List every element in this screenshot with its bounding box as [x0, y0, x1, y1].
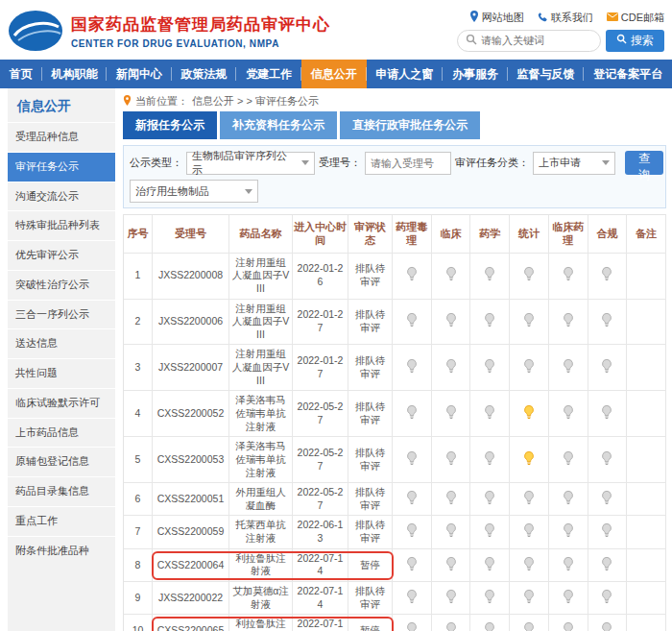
bulb-off-icon: [445, 266, 457, 285]
column-header: 临床药理: [549, 215, 588, 254]
quick-link-0[interactable]: 网站地图: [469, 11, 524, 25]
cell-entry-date: 2022-05-27: [293, 437, 348, 483]
cell-seq: 6: [124, 483, 153, 516]
bulb-off-icon: [484, 490, 495, 509]
cell-entry-date: 2022-01-27: [293, 345, 348, 391]
search-button-icon: [616, 34, 627, 47]
bulb-off-icon: [563, 556, 574, 575]
cell-entry-date: 2022-07-14: [293, 615, 348, 631]
brand: 国家药品监督管理局药品审评中心 CENTER FOR DRUG EVALUATI…: [8, 10, 330, 52]
cell-bulb: [549, 549, 588, 582]
nav-item-7[interactable]: 办事服务: [443, 60, 508, 88]
map-pin-icon: [469, 11, 479, 24]
cell-drug-name: 外用重组人凝血酶: [229, 483, 293, 516]
nav-item-0[interactable]: 首页: [0, 60, 42, 88]
nav-item-9[interactable]: 登记备案平台: [584, 60, 672, 88]
column-header: 受理号: [153, 215, 229, 254]
bulb-off-icon: [563, 358, 574, 377]
bulb-off-icon: [445, 556, 457, 575]
category-filter-label: 审评任务分类：: [455, 156, 529, 170]
cell-drug-name: 注射用重组人凝血因子VIII: [229, 254, 293, 300]
top-header: 国家药品监督管理局药品审评中心 CENTER FOR DRUG EVALUATI…: [0, 0, 672, 60]
cell-bulb: [588, 516, 628, 548]
search-input[interactable]: [481, 35, 592, 46]
cell-bulb: [510, 345, 549, 391]
table-row: 2JXSS2200006注射用重组人凝血因子VIII2022-01-27排队待审…: [124, 300, 666, 346]
cell-bulb: [432, 582, 471, 615]
subtype-filter-select[interactable]: 治疗用生物制品: [130, 180, 258, 203]
sidebar-item-6[interactable]: 三合一序列公示: [8, 300, 115, 329]
sidebar-item-8[interactable]: 共性问题: [8, 358, 115, 388]
cell-remark: [627, 582, 666, 615]
content: 信息公开 受理品种信息审评任务公示沟通交流公示特殊审批品种列表优先审评公示突破性…: [0, 88, 672, 631]
cell-drug-name: 注射用重组人凝血因子VIII: [229, 345, 293, 391]
tab-2[interactable]: 直接行政审批任务公示: [340, 111, 480, 139]
bulb-off-icon: [601, 450, 612, 470]
cell-remark: [627, 549, 666, 582]
column-header: 药学: [470, 215, 510, 254]
quick-link-1[interactable]: 联系我们: [538, 11, 593, 25]
cell-drug-name: 托莱西单抗注射液: [229, 516, 293, 548]
bulb-off-icon: [601, 556, 612, 575]
filter-row-1: 公示类型： 生物制品审评序列公示 受理号： 审评任务分类： 上市申请 查询: [130, 151, 660, 175]
cell-bulb: [470, 516, 510, 548]
quick-link-2[interactable]: CDE邮箱: [607, 11, 664, 25]
sidebar-item-12[interactable]: 药品目录集信息: [8, 476, 115, 506]
sidebar-item-1[interactable]: 审评任务公示: [8, 152, 115, 182]
cell-bulb: [470, 300, 510, 346]
tab-1[interactable]: 补充资料任务公示: [220, 111, 337, 139]
nav-item-2[interactable]: 新闻中心: [107, 60, 172, 88]
nav-item-4[interactable]: 党建工作: [236, 60, 301, 88]
table-row: 7CXSS2200059托莱西单抗注射液2022-06-13排队待审评: [124, 516, 666, 548]
sidebar-item-14[interactable]: 附条件批准品种: [8, 536, 115, 566]
search-button-label: 搜索: [631, 33, 654, 49]
category-filter-select[interactable]: 上市申请: [533, 152, 615, 175]
cell-entry-date: 2022-01-27: [293, 300, 348, 346]
bulb-off-icon: [523, 490, 535, 509]
cell-drug-name: 利拉鲁肽注射液: [229, 549, 293, 582]
cell-bulb: [549, 615, 588, 631]
cell-remark: [627, 483, 666, 516]
cell-bulb: [432, 254, 471, 300]
sidebar-item-2[interactable]: 沟通交流公示: [8, 182, 115, 211]
bulb-off-icon: [406, 621, 418, 631]
query-button[interactable]: 查询: [625, 151, 663, 175]
sidebar-item-7[interactable]: 送达信息: [8, 328, 115, 358]
search-button[interactable]: 搜索: [606, 30, 664, 52]
type-filter-select[interactable]: 生物制品审评序列公示: [186, 152, 315, 175]
cell-bulb: [393, 345, 432, 391]
sidebar-item-5[interactable]: 突破性治疗公示: [8, 270, 115, 300]
cell-drug-name: 艾加莫德α注射液: [229, 582, 293, 615]
page: 国家药品监督管理局药品审评中心 CENTER FOR DRUG EVALUATI…: [0, 0, 672, 631]
nav-item-5[interactable]: 信息公开: [301, 60, 367, 88]
cell-drug-name: 泽美洛韦马佐瑞韦单抗注射液: [229, 391, 293, 437]
nav-item-3[interactable]: 政策法规: [172, 60, 237, 88]
table-row: 1JXSS2200008注射用重组人凝血因子VIII2022-01-26排队待审…: [124, 254, 666, 300]
nav-item-6[interactable]: 申请人之窗: [367, 60, 444, 88]
tab-0[interactable]: 新报任务公示: [123, 111, 217, 139]
acceptance-no-input[interactable]: [365, 152, 451, 175]
bulb-off-icon: [406, 589, 418, 608]
breadcrumb-path[interactable]: 信息公开 > > 审评任务公示: [192, 94, 319, 109]
sidebar-item-11[interactable]: 原辅包登记信息: [8, 447, 115, 476]
sidebar-item-3[interactable]: 特殊审批品种列表: [8, 210, 115, 240]
sidebar-item-9[interactable]: 临床试验默示许可: [8, 388, 115, 418]
search-row: 搜索: [457, 30, 664, 52]
cell-bulb: [549, 516, 588, 548]
cell-remark: [627, 615, 666, 631]
cell-bulb: [510, 615, 549, 631]
nav-item-1[interactable]: 机构职能: [42, 60, 108, 88]
table-row: 3JXSS2200007注射用重组人凝血因子VIII2022-01-27排队待审…: [124, 345, 666, 391]
bulb-off-icon: [445, 589, 457, 608]
cell-entry-date: 2022-01-26: [293, 254, 348, 300]
bulb-off-icon: [601, 589, 612, 608]
sidebar-item-10[interactable]: 上市药品信息: [8, 418, 115, 448]
cell-seq: 10: [124, 615, 153, 631]
quick-link-label: CDE邮箱: [621, 11, 664, 25]
table-row: 4CXSS2200052泽美洛韦马佐瑞韦单抗注射液2022-05-27排队待审评: [124, 391, 666, 437]
nav-item-8[interactable]: 监督与反馈: [508, 60, 585, 88]
column-header: 合规: [588, 215, 628, 254]
sidebar-item-0[interactable]: 受理品种信息: [8, 122, 115, 152]
sidebar-item-13[interactable]: 重点工作: [8, 506, 115, 536]
sidebar-item-4[interactable]: 优先审评公示: [8, 240, 115, 270]
